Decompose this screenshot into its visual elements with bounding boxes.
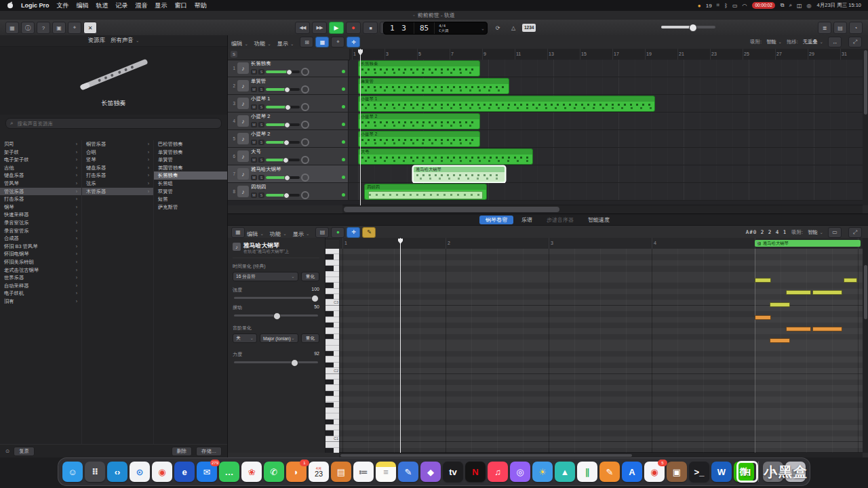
library-item[interactable]: 吉他› [0, 164, 81, 172]
bluetooth-icon[interactable]: ᛒ [724, 3, 728, 9]
play-button[interactable]: ▶ [329, 22, 344, 34]
quantize-button[interactable]: 量化 [301, 272, 319, 281]
zoom-icon[interactable]: ⤢ [848, 227, 862, 238]
library-item[interactable]: 萨克斯管 [154, 203, 227, 211]
chevron-down-icon[interactable]: ⌄ [481, 26, 487, 31]
dock-icon-finder[interactable]: ☺ [62, 462, 83, 482]
volume-knob[interactable] [284, 175, 290, 181]
library-item[interactable]: 竖琴› [82, 156, 153, 164]
piano-key[interactable] [326, 442, 339, 447]
solo-button[interactable]: S [258, 104, 264, 110]
piano-roll-horizontal-scrollbar[interactable] [339, 452, 863, 458]
grid-view-icon[interactable]: ⊞ [300, 37, 313, 47]
piano-key[interactable] [326, 408, 339, 413]
dock-icon-calendar[interactable]: 4月23 [309, 462, 329, 482]
library-search[interactable]: ⌕ [5, 118, 222, 129]
dock-icon-mail[interactable]: ✉279 [197, 462, 217, 482]
track-lane[interactable]: 小提琴 2 [349, 130, 863, 147]
pan-knob[interactable] [301, 191, 309, 199]
piano-key[interactable] [326, 351, 339, 357]
library-item[interactable]: 双簧管 [154, 188, 227, 196]
quick-help-icon[interactable]: ? [37, 22, 50, 34]
volume-slider[interactable] [266, 88, 300, 91]
app-menu[interactable]: Logic Pro [21, 2, 50, 9]
piano-key[interactable] [326, 334, 339, 340]
crosshair-tool-icon[interactable]: ✛ [347, 37, 360, 47]
mute-button[interactable]: M [251, 140, 257, 145]
piano-key[interactable] [326, 374, 339, 380]
volume-slider[interactable] [266, 70, 300, 73]
dock-icon-red-dot-app[interactable]: ◉5 [644, 462, 665, 482]
library-item[interactable]: 快速采样器› [0, 211, 81, 219]
menu-item-6[interactable]: 窗口 [175, 1, 187, 10]
library-item[interactable]: 架子鼓› [0, 148, 81, 157]
pan-knob[interactable] [301, 68, 309, 76]
midi-region[interactable]: 小提琴 1 [358, 96, 655, 112]
piano-key[interactable] [326, 266, 339, 271]
cycle-range-icon[interactable]: ⟳ [491, 22, 505, 34]
screen-record-timer[interactable]: 00:00:02 [752, 2, 774, 9]
midi-in-icon[interactable]: ▦ [231, 227, 245, 238]
library-item[interactable]: 录音室管乐› [0, 227, 81, 235]
library-item[interactable]: 打击乐器› [82, 171, 153, 180]
piano-key[interactable] [326, 391, 339, 396]
piano-roll-ruler[interactable]: 雅马哈大钢琴 12345 [339, 238, 863, 249]
velocity-slider[interactable] [234, 361, 318, 363]
track-header[interactable]: 5♪小提琴 2MS [227, 130, 349, 147]
dock-icon-chrome[interactable]: ◉ [152, 462, 172, 482]
revert-button[interactable]: 复原 [14, 447, 35, 456]
apple-menu-icon[interactable] [7, 1, 14, 10]
menu-item-3[interactable]: 记录 [116, 1, 128, 10]
dock-icon-photos[interactable]: ❀ [241, 462, 262, 482]
menu-item-0[interactable]: 文件 [57, 1, 69, 10]
snap-select[interactable]: 智能 ⌄ [766, 39, 782, 45]
piano-key[interactable] [326, 396, 339, 402]
dock-icon-brown-app[interactable]: ▣ [667, 462, 687, 482]
menu-bar-clock[interactable]: 4月23日 周三 15:10 [817, 2, 861, 9]
dock-icon-apple-tv[interactable]: tv [443, 462, 463, 482]
piano-key[interactable] [326, 448, 339, 453]
track-header[interactable]: 3♪小提琴 1MS [227, 95, 349, 112]
solo-button[interactable]: S [258, 122, 264, 127]
pan-knob[interactable] [301, 174, 309, 182]
library-item[interactable]: 怀旧美乐特朗› [0, 258, 81, 266]
volume-knob[interactable] [286, 69, 292, 75]
dock-icon-health-chart[interactable]: ∥ [577, 462, 597, 482]
bar-ruler[interactable]: 135791113151719212325272931 [342, 49, 863, 60]
midi-region[interactable]: 小提琴 2 [358, 131, 480, 147]
midi-note[interactable] [755, 278, 771, 283]
library-item[interactable]: 世界乐器› [0, 274, 81, 282]
piano-key[interactable] [326, 317, 339, 323]
midi-region[interactable]: 四胡四 [364, 184, 487, 200]
marquee-tool-icon[interactable]: ⌖ [331, 37, 344, 47]
control-center-icon[interactable]: ◫ [797, 3, 802, 9]
library-item[interactable]: 贝司› [0, 140, 81, 148]
pan-knob[interactable] [301, 138, 309, 146]
time-quantize-select[interactable]: 16 分音符 ⌄ [233, 272, 298, 281]
library-item[interactable]: 自动采样器› [0, 282, 81, 290]
scrollbar-thumb[interactable] [344, 207, 559, 212]
volume-knob[interactable] [285, 104, 291, 110]
midi-region[interactable]: 长笛独奏 [358, 60, 480, 77]
library-item[interactable]: 长笛组 [154, 180, 227, 188]
volume-slider[interactable] [266, 176, 300, 179]
piano-key[interactable] [326, 357, 339, 362]
library-item[interactable]: 长笛独奏 [154, 171, 227, 180]
count-in-badge[interactable]: 1234 [522, 24, 536, 32]
volume-knob[interactable] [284, 122, 290, 128]
track-lane[interactable]: 大号 [349, 148, 863, 165]
dock-icon-edge[interactable]: e [174, 462, 195, 482]
library-item[interactable]: 管弦乐器› [0, 188, 81, 196]
midi-note[interactable] [755, 315, 771, 320]
midi-note[interactable] [812, 327, 842, 331]
library-scope-select[interactable]: 所有声音 ⌄ [111, 37, 139, 45]
piano-key[interactable] [326, 425, 339, 430]
editor-tab-3[interactable]: 智能速度 [582, 216, 616, 224]
battery-percent[interactable]: 19 [706, 3, 712, 9]
solo-button[interactable]: S [258, 69, 264, 75]
secondary-tool-icon[interactable]: ✕ [83, 22, 97, 34]
siri-icon[interactable]: ◎ [807, 3, 812, 9]
track-header[interactable]: 2♪单簧管MS [227, 77, 349, 94]
track-header[interactable]: 8♪四胡四MS [227, 183, 349, 200]
toolbox-icon[interactable]: ▣ [52, 22, 66, 34]
